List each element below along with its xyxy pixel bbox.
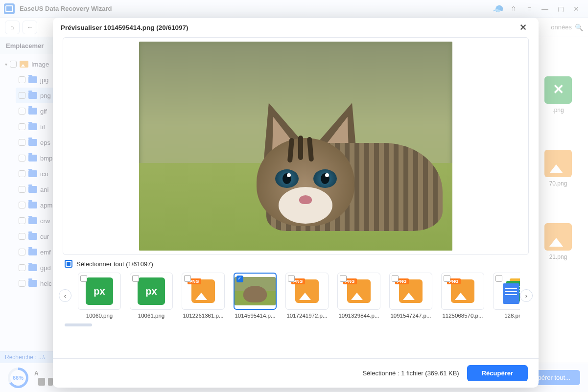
selection-summary: Sélectionné : 1 fichier (369.61 KB) xyxy=(362,369,459,377)
preview-area xyxy=(63,37,529,255)
thumbnail[interactable]: 1012261361.p... xyxy=(180,273,226,319)
thumb-checkbox[interactable] xyxy=(288,275,295,282)
scrollbar[interactable] xyxy=(65,323,92,326)
preview-image xyxy=(139,42,452,251)
preview-modal: Prévisualiser 1014595414.png (20/61097) … xyxy=(53,18,539,388)
thumb-checkbox[interactable] xyxy=(236,276,243,282)
thumbnail-strip: px10060.pngpx10061.png1012261361.p...101… xyxy=(71,270,520,322)
thumb-checkbox[interactable] xyxy=(340,275,347,282)
thumbnail[interactable]: 1091329844.p... xyxy=(336,273,382,319)
thumbnail[interactable]: 128.png xyxy=(492,273,520,319)
recover-button[interactable]: Récupérer xyxy=(467,365,528,381)
thumbnail[interactable]: 1014595414.p... xyxy=(232,273,278,319)
close-icon[interactable]: ✕ xyxy=(516,20,531,35)
thumbnail[interactable]: 1017241972.p... xyxy=(284,273,330,319)
thumb-next-button[interactable]: › xyxy=(520,289,533,302)
select-all-checkbox[interactable] xyxy=(65,260,72,268)
thumb-checkbox[interactable] xyxy=(392,275,399,282)
thumb-checkbox[interactable] xyxy=(495,275,502,282)
thumb-checkbox[interactable] xyxy=(444,275,450,282)
thumb-checkbox[interactable] xyxy=(80,275,87,282)
select-all-row[interactable]: Sélectionner tout (1/61097) xyxy=(53,255,539,270)
thumb-checkbox[interactable] xyxy=(132,275,139,282)
thumbnail[interactable]: px10061.png xyxy=(128,273,174,319)
modal-title: Prévisualiser 1014595414.png (20/61097) xyxy=(61,24,188,31)
thumbnail[interactable]: 1091547247.p... xyxy=(388,273,434,319)
thumb-prev-button[interactable]: ‹ xyxy=(59,289,71,302)
thumbnail[interactable]: 1125068570.p... xyxy=(440,273,486,319)
thumb-checkbox[interactable] xyxy=(184,275,191,282)
thumbnail[interactable]: px10060.png xyxy=(76,273,122,319)
